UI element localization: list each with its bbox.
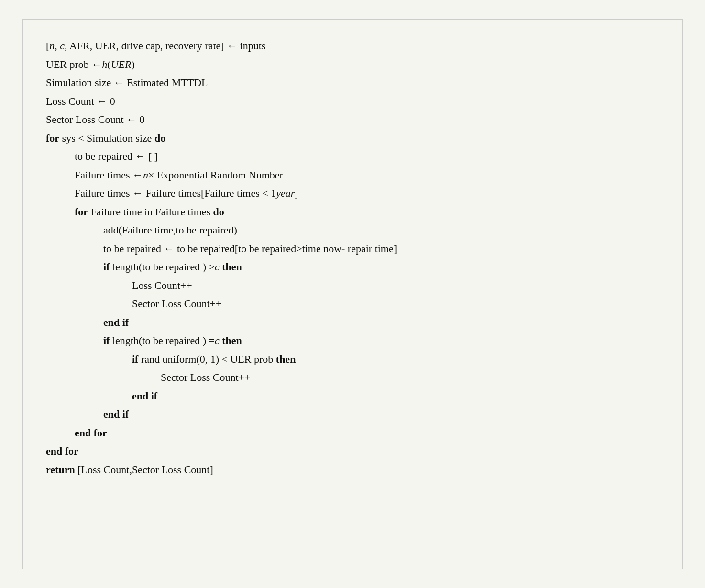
algo-line-2: UER prob ← h(UER) <box>46 55 659 74</box>
algo-line-17: if length(to be repaired ) = c then <box>46 332 659 350</box>
kw-then-2: then <box>222 332 242 350</box>
algo-line-6: for sys < Simulation size do <box>46 129 659 148</box>
kw-endif-3: end if <box>103 405 129 424</box>
kw-then-3: then <box>276 350 296 369</box>
algo-line-7: to be repaired ← [ ] <box>46 147 659 166</box>
algo-line-20: end if <box>46 387 659 406</box>
kw-endfor-2: end for <box>46 442 78 461</box>
algo-line-22: end for <box>46 424 659 443</box>
algo-line-18: if rand uniform(0, 1) < UER prob then <box>46 350 659 369</box>
kw-for-2: for <box>75 203 88 222</box>
algo-line-10: for Failure time in Failure times do <box>46 203 659 222</box>
kw-if-3: if <box>132 350 138 369</box>
algo-line-3: Simulation size ← Estimated MTTDL <box>46 74 659 92</box>
kw-for-1: for <box>46 129 59 148</box>
kw-return: return <box>46 461 75 479</box>
kw-then-1: then <box>222 258 242 277</box>
math-h: h <box>102 55 107 74</box>
algo-line-12: to be repaired ← to be repaired[to be re… <box>46 240 659 258</box>
kw-do-2: do <box>213 203 224 222</box>
kw-endfor-1: end for <box>75 424 107 443</box>
algo-line-21: end if <box>46 405 659 424</box>
algorithm-content: [n, c, AFR, UER, drive cap, recovery rat… <box>46 37 659 479</box>
kw-if-2: if <box>103 332 110 350</box>
math-c-2: c <box>215 332 220 350</box>
algo-line-8: Failure times ← n × Exponential Random N… <box>46 166 659 185</box>
math-year: year <box>276 184 295 203</box>
math-n: n <box>143 166 148 185</box>
kw-endif-2: end if <box>132 387 157 406</box>
kw-endif-1: end if <box>103 313 129 332</box>
algo-line-19: Sector Loss Count++ <box>46 368 659 387</box>
algo-line-13: if length(to be repaired ) > c then <box>46 258 659 277</box>
algorithm-container: [n, c, AFR, UER, drive cap, recovery rat… <box>22 19 683 569</box>
kw-do-1: do <box>154 129 165 148</box>
algo-line-9: Failure times ← Failure times[Failure ti… <box>46 184 659 203</box>
algo-line-14: Loss Count++ <box>46 277 659 295</box>
algo-line-4: Loss Count ← 0 <box>46 92 659 111</box>
math-uer: UER <box>111 55 132 74</box>
kw-if-1: if <box>103 258 110 277</box>
algo-line-11: add(Failure time,to be repaired) <box>46 221 659 240</box>
algo-line-15: Sector Loss Count++ <box>46 295 659 313</box>
algo-line-24: return [Loss Count,Sector Loss Count] <box>46 461 659 479</box>
algo-line-5: Sector Loss Count ← 0 <box>46 111 659 129</box>
math-vars: n, c <box>49 37 65 55</box>
algo-line-23: end for <box>46 442 659 461</box>
algo-line-1: [n, c, AFR, UER, drive cap, recovery rat… <box>46 37 659 55</box>
algo-line-16: end if <box>46 313 659 332</box>
math-c-1: c <box>215 258 220 277</box>
